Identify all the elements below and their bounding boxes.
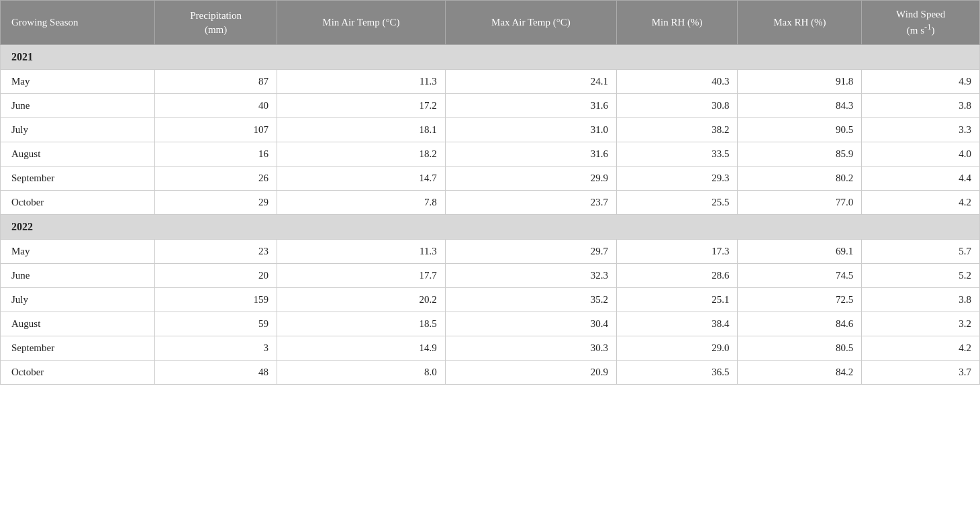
min-rh-cell: 28.6 xyxy=(616,264,737,288)
min-rh-cell: 33.5 xyxy=(616,142,737,167)
max-temp-cell: 30.3 xyxy=(445,336,616,361)
wind-cell: 5.7 xyxy=(862,240,980,264)
max-temp-cell: 31.6 xyxy=(445,94,616,118)
table-body: 2021May8711.324.140.391.84.9June4017.231… xyxy=(1,45,980,385)
year-row: 2021 xyxy=(1,45,980,70)
max-temp-cell: 29.7 xyxy=(445,240,616,264)
max-temp-cell: 35.2 xyxy=(445,288,616,312)
wind-cell: 5.2 xyxy=(862,264,980,288)
wind-cell: 4.4 xyxy=(862,167,980,191)
min-rh-cell: 36.5 xyxy=(616,361,737,385)
wind-cell: 4.2 xyxy=(862,191,980,215)
min-temp-cell: 8.0 xyxy=(277,361,446,385)
main-container: Growing Season Precipitation(mm) Min Air… xyxy=(0,0,980,385)
month-cell: August xyxy=(1,142,155,167)
month-cell: July xyxy=(1,118,155,142)
year-row: 2022 xyxy=(1,215,980,240)
wind-cell: 4.0 xyxy=(862,142,980,167)
col-header-min-air-temp: Min Air Temp (°C) xyxy=(277,1,446,45)
max-temp-cell: 23.7 xyxy=(445,191,616,215)
wind-cell: 4.9 xyxy=(862,70,980,94)
table-row: August5918.530.438.484.63.2 xyxy=(1,312,980,336)
min-temp-cell: 11.3 xyxy=(277,70,446,94)
min-rh-cell: 40.3 xyxy=(616,70,737,94)
min-temp-cell: 18.1 xyxy=(277,118,446,142)
wind-cell: 3.8 xyxy=(862,288,980,312)
max-rh-cell: 74.5 xyxy=(738,264,862,288)
max-temp-cell: 31.0 xyxy=(445,118,616,142)
min-temp-cell: 11.3 xyxy=(277,240,446,264)
table-row: June2017.732.328.674.55.2 xyxy=(1,264,980,288)
col-header-precipitation: Precipitation(mm) xyxy=(155,1,277,45)
max-rh-cell: 77.0 xyxy=(738,191,862,215)
max-temp-cell: 31.6 xyxy=(445,142,616,167)
precip-cell: 16 xyxy=(155,142,277,167)
max-temp-cell: 30.4 xyxy=(445,312,616,336)
max-rh-cell: 80.5 xyxy=(738,336,862,361)
month-cell: July xyxy=(1,288,155,312)
col-header-min-rh: Min RH (%) xyxy=(616,1,737,45)
month-cell: September xyxy=(1,336,155,361)
wind-cell: 3.3 xyxy=(862,118,980,142)
min-rh-cell: 29.3 xyxy=(616,167,737,191)
year-label: 2021 xyxy=(1,45,980,70)
max-temp-cell: 24.1 xyxy=(445,70,616,94)
table-row: July10718.131.038.290.53.3 xyxy=(1,118,980,142)
month-cell: September xyxy=(1,167,155,191)
month-cell: June xyxy=(1,94,155,118)
min-rh-cell: 29.0 xyxy=(616,336,737,361)
min-rh-cell: 17.3 xyxy=(616,240,737,264)
month-cell: October xyxy=(1,191,155,215)
max-rh-cell: 69.1 xyxy=(738,240,862,264)
month-cell: October xyxy=(1,361,155,385)
month-cell: May xyxy=(1,70,155,94)
min-rh-cell: 25.1 xyxy=(616,288,737,312)
min-temp-cell: 18.5 xyxy=(277,312,446,336)
max-rh-cell: 90.5 xyxy=(738,118,862,142)
precip-cell: 59 xyxy=(155,312,277,336)
precip-cell: 159 xyxy=(155,288,277,312)
month-cell: August xyxy=(1,312,155,336)
min-rh-cell: 30.8 xyxy=(616,94,737,118)
col-header-growing-season: Growing Season xyxy=(1,1,155,45)
precip-cell: 3 xyxy=(155,336,277,361)
max-temp-cell: 20.9 xyxy=(445,361,616,385)
precip-cell: 26 xyxy=(155,167,277,191)
min-temp-cell: 14.9 xyxy=(277,336,446,361)
wind-cell: 3.8 xyxy=(862,94,980,118)
min-temp-cell: 20.2 xyxy=(277,288,446,312)
table-row: May2311.329.717.369.15.7 xyxy=(1,240,980,264)
col-header-wind-speed: Wind Speed(m s-1) xyxy=(862,1,980,45)
precip-cell: 87 xyxy=(155,70,277,94)
min-rh-cell: 38.2 xyxy=(616,118,737,142)
min-rh-cell: 38.4 xyxy=(616,312,737,336)
min-temp-cell: 17.7 xyxy=(277,264,446,288)
max-rh-cell: 85.9 xyxy=(738,142,862,167)
max-rh-cell: 80.2 xyxy=(738,167,862,191)
table-row: May8711.324.140.391.84.9 xyxy=(1,70,980,94)
table-row: September2614.729.929.380.24.4 xyxy=(1,167,980,191)
max-rh-cell: 84.3 xyxy=(738,94,862,118)
precip-cell: 20 xyxy=(155,264,277,288)
col-header-max-rh: Max RH (%) xyxy=(738,1,862,45)
table-row: July15920.235.225.172.53.8 xyxy=(1,288,980,312)
precip-cell: 107 xyxy=(155,118,277,142)
month-cell: May xyxy=(1,240,155,264)
header-row: Growing Season Precipitation(mm) Min Air… xyxy=(1,1,980,45)
climate-table: Growing Season Precipitation(mm) Min Air… xyxy=(0,0,980,385)
min-temp-cell: 18.2 xyxy=(277,142,446,167)
table-row: June4017.231.630.884.33.8 xyxy=(1,94,980,118)
col-header-max-air-temp: Max Air Temp (°C) xyxy=(445,1,616,45)
max-temp-cell: 32.3 xyxy=(445,264,616,288)
table-row: August1618.231.633.585.94.0 xyxy=(1,142,980,167)
min-temp-cell: 17.2 xyxy=(277,94,446,118)
table-row: September314.930.329.080.54.2 xyxy=(1,336,980,361)
table-row: October297.823.725.577.04.2 xyxy=(1,191,980,215)
min-rh-cell: 25.5 xyxy=(616,191,737,215)
max-rh-cell: 84.2 xyxy=(738,361,862,385)
min-temp-cell: 14.7 xyxy=(277,167,446,191)
precip-cell: 48 xyxy=(155,361,277,385)
wind-cell: 4.2 xyxy=(862,336,980,361)
wind-cell: 3.7 xyxy=(862,361,980,385)
month-cell: June xyxy=(1,264,155,288)
